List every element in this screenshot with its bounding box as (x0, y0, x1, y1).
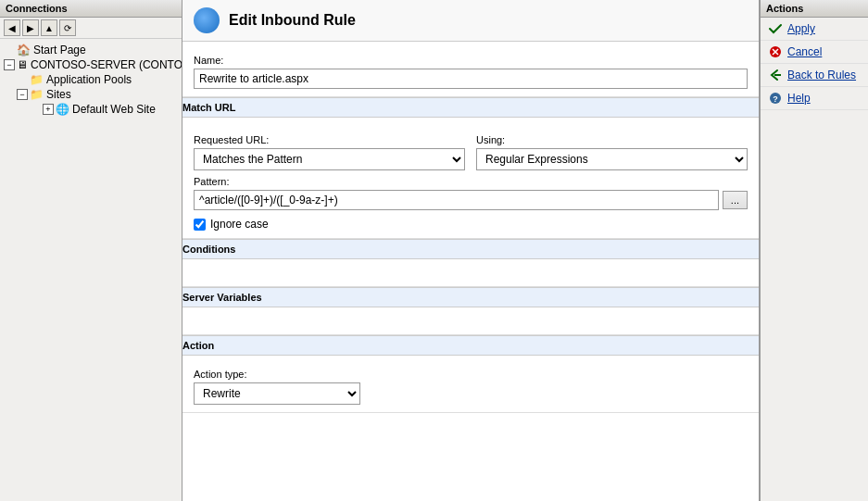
app-pools-label: Application Pools (46, 73, 132, 86)
sites-label: Sites (46, 88, 71, 101)
tree-item-start-page[interactable]: 🏠 Start Page (0, 43, 182, 57)
globe-icon (194, 7, 220, 33)
apply-label: Apply (787, 22, 815, 35)
help-icon: ? (768, 91, 783, 106)
server-variables-section (182, 307, 759, 335)
connections-panel: Connections ◀ ▶ ▲ ⟳ 🏠 Start Page − 🖥 CON… (0, 0, 182, 501)
conditions-section (182, 259, 759, 287)
requested-url-select[interactable]: Matches the PatternDoes Not Match the Pa… (194, 148, 465, 170)
match-url-header: Match URL (182, 97, 759, 118)
ignore-case-row: Ignore case (194, 218, 748, 231)
pattern-input[interactable] (194, 190, 719, 210)
refresh-btn[interactable]: ⟳ (59, 19, 76, 36)
expand-sites-icon[interactable]: − (17, 89, 28, 100)
back-btn[interactable]: ◀ (4, 19, 20, 36)
action-header: Action (182, 335, 759, 356)
using-select[interactable]: Regular ExpressionsWildcardsExact Match (476, 148, 748, 170)
tree-item-default-web-site[interactable]: + 🌐 Default Web Site (0, 102, 182, 117)
tree-item-sites[interactable]: − 📁 Sites (0, 87, 182, 102)
actions-panel: Actions Apply Cancel Back to Rules (760, 0, 868, 501)
default-web-site-label: Default Web Site (72, 103, 156, 116)
actions-header: Actions (761, 0, 868, 18)
start-page-label: Start Page (33, 44, 86, 56)
web-site-icon: 🌐 (56, 103, 69, 116)
back-icon (768, 68, 783, 82)
name-input[interactable] (194, 69, 748, 89)
tree-item-app-pools[interactable]: 📁 Application Pools (0, 72, 182, 87)
cancel-label: Cancel (787, 45, 822, 58)
conditions-header: Conditions (182, 239, 759, 259)
match-url-fields: Requested URL: Matches the PatternDoes N… (194, 129, 748, 170)
help-label: Help (787, 92, 811, 105)
help-action[interactable]: ? Help (761, 87, 868, 110)
content-header: Edit Inbound Rule (182, 0, 759, 42)
back-to-rules-action[interactable]: Back to Rules (761, 64, 868, 87)
name-section: Name: (182, 42, 759, 97)
connections-header: Connections (0, 0, 182, 18)
expand-dws-icon[interactable]: + (43, 104, 54, 115)
server-variables-header: Server Variables (182, 287, 759, 307)
back-to-rules-label: Back to Rules (787, 69, 856, 81)
pattern-label: Pattern: (194, 176, 748, 187)
connections-tree: 🏠 Start Page − 🖥 CONTOSO-SERVER (CONTOS … (0, 39, 182, 501)
connections-toolbar: ◀ ▶ ▲ ⟳ (0, 18, 182, 39)
action-type-select[interactable]: RewriteRedirectCustom ResponseAbort Requ… (194, 382, 360, 405)
requested-url-label: Requested URL: (194, 134, 465, 145)
apply-action[interactable]: Apply (761, 18, 868, 41)
action-section: Action type: RewriteRedirectCustom Respo… (182, 356, 759, 413)
svg-text:?: ? (773, 94, 778, 104)
action-type-label: Action type: (194, 369, 748, 380)
name-label: Name: (194, 55, 748, 66)
apply-icon (768, 21, 783, 36)
form-area: Name: Match URL Requested URL: Matches t… (182, 42, 759, 501)
match-url-section: Requested URL: Matches the PatternDoes N… (182, 118, 759, 239)
ignore-case-checkbox[interactable] (194, 219, 206, 231)
up-btn[interactable]: ▲ (41, 19, 57, 36)
expand-contoso-icon[interactable]: − (4, 59, 15, 70)
sites-icon: 📁 (30, 88, 44, 101)
tree-item-contoso[interactable]: − 🖥 CONTOSO-SERVER (CONTOS (0, 57, 182, 72)
page-title: Edit Inbound Rule (229, 12, 356, 29)
ignore-case-label: Ignore case (210, 218, 269, 231)
app-pools-icon: 📁 (30, 73, 44, 86)
server-icon: 🖥 (17, 58, 28, 71)
requested-url-col: Requested URL: Matches the PatternDoes N… (194, 129, 465, 170)
cancel-icon (768, 44, 783, 59)
main-content: Edit Inbound Rule Name: Match URL Reques… (182, 0, 760, 501)
cancel-action[interactable]: Cancel (761, 41, 868, 64)
contoso-label: CONTOSO-SERVER (CONTOS (31, 58, 182, 71)
forward-btn[interactable]: ▶ (22, 19, 39, 36)
main-scroll-area: Name: Match URL Requested URL: Matches t… (182, 42, 759, 501)
start-page-icon: 🏠 (17, 44, 31, 56)
using-col: Using: Regular ExpressionsWildcardsExact… (476, 129, 748, 170)
pattern-row: ... (194, 190, 748, 210)
test-pattern-btn[interactable]: ... (723, 191, 748, 209)
using-label: Using: (476, 134, 748, 145)
